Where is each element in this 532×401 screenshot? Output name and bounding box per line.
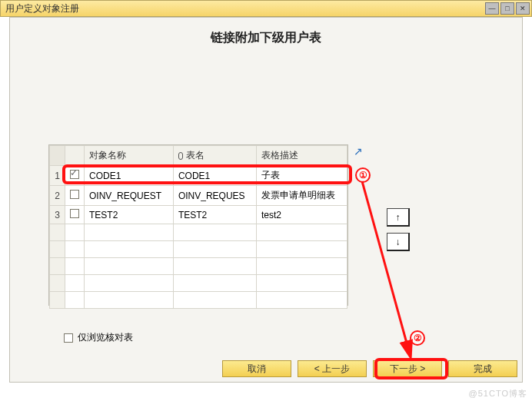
cell-table-name[interactable]: CODE1: [173, 166, 256, 186]
move-up-button[interactable]: ↑: [387, 208, 410, 227]
table-row-empty: [50, 224, 347, 241]
expand-icon[interactable]: ↗: [354, 145, 363, 157]
arrow-down-icon: ↓: [396, 237, 401, 247]
col-object-name[interactable]: 对象名称: [85, 146, 174, 166]
cell-object-name[interactable]: CODE1: [85, 166, 174, 186]
browse-only-label: 仅浏览核对表: [78, 331, 133, 344]
table-row[interactable]: 2OINV_REQUESTOINV_REQUES发票申请单明细表: [50, 186, 347, 206]
cell-description[interactable]: test2: [256, 206, 347, 224]
move-down-button[interactable]: ↓: [387, 233, 410, 251]
close-button[interactable]: ✕: [516, 2, 530, 15]
browse-only-option[interactable]: 仅浏览核对表: [64, 331, 133, 344]
annotation-badge-2: ②: [410, 330, 425, 346]
arrow-up-icon: ↑: [396, 212, 401, 223]
row-checkbox[interactable]: [70, 170, 79, 179]
cell-description[interactable]: 子表: [256, 166, 347, 186]
reorder-controls: ↑ ↓: [387, 208, 410, 251]
annotation-badge-1: ①: [355, 167, 371, 183]
minimize-button[interactable]: —: [485, 2, 499, 15]
finish-button[interactable]: 完成: [448, 360, 517, 377]
cell-table-name[interactable]: TEST2: [173, 206, 256, 224]
window-controls: — □ ✕: [485, 2, 530, 15]
cell-object-name[interactable]: TEST2: [85, 206, 174, 224]
row-checkbox[interactable]: [70, 190, 79, 199]
prev-button[interactable]: < 上一步: [298, 360, 367, 377]
table-row[interactable]: 1CODE1CODE1子表: [50, 166, 347, 186]
mic-icon: [178, 152, 183, 160]
row-number: 2: [50, 186, 65, 206]
cell-description[interactable]: 发票申请单明细表: [256, 186, 347, 206]
col-description[interactable]: 表格描述: [256, 146, 347, 166]
cell-object-name[interactable]: OINV_REQUEST: [85, 186, 174, 206]
table-row-empty: [50, 275, 347, 292]
object-table: 对象名称 表名 表格描述 1CODE1CODE1子表2OINV_REQUESTO…: [49, 145, 347, 309]
child-tables-grid: ↗ 对象名称 表名 表格描述 1CODE1CODE1子表2OINV_REQUES…: [48, 144, 348, 306]
col-check: [65, 146, 85, 166]
table-row[interactable]: 3TEST2TEST2test2: [50, 206, 347, 224]
row-checkbox-cell[interactable]: [65, 206, 85, 224]
next-button[interactable]: 下一步 >: [373, 360, 442, 377]
page-title: 链接附加下级用户表: [10, 18, 522, 52]
window-title: 用户定义对象注册: [5, 2, 79, 15]
table-row-empty: [50, 241, 347, 258]
cancel-button[interactable]: 取消: [222, 360, 291, 377]
wizard-buttons: 取消 < 上一步 下一步 > 完成: [222, 360, 517, 377]
wizard-panel: 链接附加下级用户表 ↗ 对象名称 表名 表格描述 1CODE1CODE1子表2O…: [9, 17, 523, 383]
col-rownum: [50, 146, 65, 166]
col-table-name[interactable]: 表名: [173, 146, 256, 166]
row-number: 1: [50, 166, 65, 186]
svg-line-0: [362, 181, 410, 354]
row-checkbox-cell[interactable]: [65, 166, 85, 186]
watermark: @51CTO博客: [469, 388, 527, 399]
browse-only-checkbox[interactable]: [64, 333, 73, 343]
row-checkbox-cell[interactable]: [65, 186, 85, 206]
title-bar: 用户定义对象注册 — □ ✕: [0, 0, 532, 17]
maximize-button[interactable]: □: [500, 2, 514, 15]
cell-table-name[interactable]: OINV_REQUES: [173, 186, 256, 206]
row-number: 3: [50, 206, 65, 224]
table-row-empty: [50, 292, 347, 309]
table-row-empty: [50, 258, 347, 275]
row-checkbox[interactable]: [70, 209, 79, 218]
